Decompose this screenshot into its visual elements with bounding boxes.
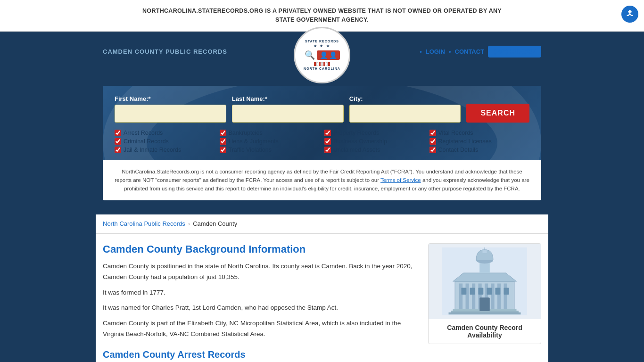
svg-rect-4	[466, 283, 469, 311]
svg-rect-24	[504, 288, 509, 294]
checkbox-label-cb2: Bankruptcies	[229, 130, 263, 136]
svg-marker-14	[453, 273, 517, 281]
checkbox-item: Jail & Inmate Records	[115, 147, 215, 153]
main-wrapper: CAMDEN COUNTY PUBLIC RECORDS STATE RECOR…	[0, 32, 644, 214]
last-name-input[interactable]	[232, 105, 344, 123]
first-name-input[interactable]	[115, 105, 226, 123]
header-nav: • LOGIN • CONTACT (252) 300-0237	[420, 46, 541, 58]
checkbox-label-cb5: Criminal Records	[124, 138, 169, 145]
checkbox-item: Arrest Records	[115, 130, 215, 136]
checkbox-cb2[interactable]	[220, 130, 226, 136]
svg-rect-5	[472, 283, 475, 311]
checkbox-section: Arrest RecordsBankruptciesProperty Recor…	[115, 130, 529, 153]
bg-text-3: It was named for Charles Pratt, 1st Lord…	[103, 303, 416, 313]
banner-text: NORTHCAROLINA.STATERECORDS.ORG IS A PRIV…	[28, 7, 616, 25]
main-content: Camden County Background Information Cam…	[96, 234, 548, 362]
checkbox-cb10[interactable]	[220, 147, 226, 153]
logo-bottom-text: NORTH CAROLINA	[304, 67, 340, 70]
search-card: First Name:* Last Name:* City: SEARCH Ar…	[103, 86, 541, 200]
tos-link[interactable]: Terms of Service	[380, 177, 421, 183]
checkbox-item: Criminal Records	[115, 138, 215, 145]
dot2: •	[449, 48, 451, 55]
checkbox-cb3[interactable]	[324, 130, 331, 136]
building-illustration	[429, 244, 541, 319]
svg-rect-23	[495, 288, 501, 294]
record-availability-card: Camden County Record Availability	[428, 243, 541, 344]
login-link[interactable]: LOGIN	[426, 48, 445, 55]
svg-rect-8	[491, 283, 495, 311]
svg-rect-9	[497, 283, 501, 311]
svg-rect-3	[459, 283, 462, 311]
checkbox-item: Traffic Violations	[220, 147, 320, 153]
checkbox-item: Property Records	[324, 130, 425, 136]
checkbox-item: Bankruptcies	[220, 130, 320, 136]
svg-rect-10	[504, 283, 507, 311]
checkbox-label-cb3: Property Records	[333, 130, 379, 136]
header-card: CAMDEN COUNTY PUBLIC RECORDS STATE RECOR…	[103, 41, 541, 58]
site-title: CAMDEN COUNTY PUBLIC RECORDS	[103, 48, 227, 55]
checkbox-label-cb4: Vital Records	[438, 130, 473, 136]
search-button[interactable]: SEARCH	[466, 104, 529, 123]
logo-flag	[304, 62, 340, 66]
first-name-label: First Name:*	[115, 95, 226, 102]
checkbox-cb6[interactable]	[220, 138, 226, 145]
city-label: City:	[349, 95, 461, 102]
disclaimer: NorthCarolina.StateRecords.org is not a …	[103, 160, 541, 200]
last-name-group: Last Name:*	[232, 95, 344, 123]
bg-text-1: Camden County is positioned in the state…	[103, 261, 416, 283]
city-input[interactable]	[349, 105, 461, 123]
city-group: City:	[349, 95, 461, 123]
center-container: CAMDEN COUNTY PUBLIC RECORDS STATE RECOR…	[96, 41, 548, 200]
first-name-group: First Name:*	[115, 95, 226, 123]
breadcrumb: North Carolina Public Records › Camden C…	[96, 214, 548, 233]
checkbox-item: Unclaimed Assets	[324, 147, 425, 153]
contact-link[interactable]: CONTACT	[455, 48, 485, 55]
checkbox-cb11[interactable]	[324, 147, 331, 153]
svg-rect-19	[462, 288, 467, 294]
checkbox-cb9[interactable]	[115, 147, 121, 153]
checkbox-item: Vital Records	[429, 130, 530, 136]
checkbox-cb5[interactable]	[115, 138, 121, 145]
checkbox-item: Contact Details	[429, 147, 530, 153]
checkbox-label-cb1: Arrest Records	[124, 130, 163, 136]
svg-rect-13	[449, 312, 521, 314]
checkbox-item: Registered Licenses	[429, 138, 530, 145]
checkbox-cb1[interactable]	[115, 130, 121, 136]
bg-text-4: Camden County is part of the Elizabeth C…	[103, 318, 416, 340]
svg-rect-21	[479, 288, 484, 294]
logo-icons: 🔍 👤 👤	[304, 50, 340, 60]
checkbox-cb7[interactable]	[324, 138, 331, 145]
checkbox-label-cb9: Jail & Inmate Records	[124, 147, 181, 153]
checkbox-item: Business Ownership	[324, 138, 425, 145]
svg-rect-20	[470, 288, 475, 294]
content-area: North Carolina Public Records › Camden C…	[96, 214, 548, 362]
svg-rect-17	[483, 249, 487, 253]
search-fields: First Name:* Last Name:* City: SEARCH	[115, 95, 529, 123]
checkbox-label-cb8: Registered Licenses	[438, 138, 492, 145]
content-left: Camden County Background Information Cam…	[103, 243, 416, 362]
bg-section-title: Camden County Background Information	[103, 243, 416, 255]
checkbox-label-cb10: Traffic Violations	[229, 147, 272, 153]
breadcrumb-parent[interactable]: North Carolina Public Records	[103, 220, 185, 227]
breadcrumb-current: Camden County	[193, 220, 237, 227]
phone-button[interactable]: (252) 300-0237	[488, 46, 541, 58]
last-name-label: Last Name:*	[232, 95, 344, 102]
sidebar-card-title: Camden County Record Availability	[429, 319, 541, 344]
dot1: •	[420, 48, 422, 55]
logo-wrap: STATE RECORDS ★ ★ ★ 🔍 👤 👤	[294, 27, 350, 83]
checkbox-cb12[interactable]	[429, 147, 436, 153]
bg-text-2: It was formed in 1777.	[103, 288, 416, 298]
content-right: Camden County Record Availability	[428, 243, 541, 362]
svg-rect-22	[487, 288, 492, 294]
logo-circle: STATE RECORDS ★ ★ ★ 🔍 👤 👤	[294, 27, 350, 83]
checkbox-item: Liens & Judgments	[220, 138, 320, 145]
checkbox-label-cb6: Liens & Judgments	[229, 138, 279, 145]
svg-rect-25	[479, 297, 490, 311]
checkbox-cb4[interactable]	[429, 130, 436, 136]
breadcrumb-separator: ›	[188, 220, 190, 227]
checkbox-cb8[interactable]	[429, 138, 436, 145]
accessibility-button[interactable]	[620, 5, 639, 24]
checkbox-label-cb11: Unclaimed Assets	[333, 147, 380, 153]
checkbox-label-cb7: Business Ownership	[333, 138, 387, 145]
checkbox-label-cb12: Contact Details	[438, 147, 479, 153]
